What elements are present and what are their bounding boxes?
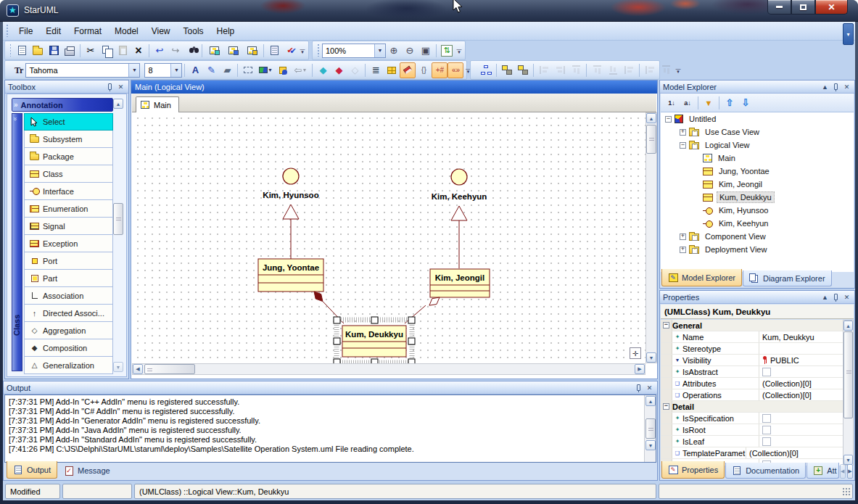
select-in-diagram-button[interactable]: [223, 43, 242, 59]
tree-item-label[interactable]: Main: [716, 153, 738, 163]
add-diagram-button[interactable]: [205, 43, 223, 59]
show-compartment-cyan-button[interactable]: ◆: [315, 62, 331, 78]
space-equally-vertical-button[interactable]: [658, 62, 674, 78]
toolbox-item-enumeration[interactable]: Enumeration: [24, 200, 113, 218]
tab-attachments[interactable]: + Att: [807, 463, 838, 479]
interface-node-kim-hyunsoo[interactable]: [283, 168, 299, 184]
scroll-right-button[interactable]: ▶: [635, 364, 645, 374]
pin-icon[interactable]: [831, 82, 841, 91]
toolbar-grip[interactable]: [317, 44, 319, 57]
move-down-button[interactable]: ⇩: [738, 95, 754, 111]
show-compartment-gray-button[interactable]: ◇: [347, 62, 363, 78]
save-button[interactable]: [46, 43, 62, 59]
property-row-stereotype[interactable]: ✦ Stereotype: [661, 343, 854, 355]
tab-message[interactable]: ✓ Message: [58, 463, 116, 479]
scroll-down-button[interactable]: ▼: [646, 352, 656, 363]
property-value[interactable]: [759, 366, 854, 377]
toolbox-item-composition[interactable]: ◆ Composition: [24, 339, 113, 357]
print-button[interactable]: [62, 43, 78, 59]
toolbox-item-signal[interactable]: Signal: [24, 218, 113, 235]
toolbox-item-class[interactable]: Class: [24, 165, 113, 183]
class-node-kim-jeongil[interactable]: Kim, Jeongil: [430, 269, 490, 297]
tree-expander[interactable]: [680, 234, 686, 240]
fill-color-button[interactable]: ▰: [219, 62, 235, 78]
property-row-visibility[interactable]: ▼ Visibility PUBLIC: [661, 355, 854, 366]
align-left-button[interactable]: [536, 62, 552, 78]
tree-item-main[interactable]: Main: [661, 152, 854, 165]
toolbox-item-association[interactable]: Association: [24, 287, 113, 305]
property-row-operations[interactable]: ❑ Operations (Collection)[0]: [661, 389, 854, 401]
collapse-icon[interactable]: ▲: [820, 292, 830, 302]
font-name-combobox[interactable]: Tahoma ▼: [25, 63, 140, 78]
align-right-button[interactable]: [552, 62, 568, 78]
scroll-left-button[interactable]: ◀: [133, 364, 143, 374]
find-button[interactable]: [183, 43, 199, 59]
scrollbar-thumb[interactable]: [646, 125, 656, 154]
property-value[interactable]: [759, 424, 854, 435]
section-detail[interactable]: Detail: [661, 401, 854, 413]
property-row-isleaf[interactable]: ✦ IsLeaf: [661, 436, 854, 447]
toolbox-item-generalization[interactable]: △ Generalization: [24, 357, 113, 374]
tree-item-label[interactable]: Deployment View: [703, 244, 769, 255]
property-row-isspecification[interactable]: ✦ IsSpecification: [661, 413, 854, 424]
tree-item-kim-jeongil[interactable]: Kim, Jeongil: [661, 178, 854, 191]
composition-line[interactable]: [323, 302, 344, 324]
tab-diagram-explorer[interactable]: Diagram Explorer: [743, 270, 832, 286]
tree-item-deployment-view[interactable]: Deployment View: [661, 243, 854, 256]
output-scrollbar[interactable]: ▲ ▼: [644, 395, 656, 462]
tree-item-label[interactable]: Component View: [703, 231, 768, 241]
zoom-in-button[interactable]: ⊕: [386, 43, 402, 59]
titlebar[interactable]: ★ StarUML ✕: [0, 0, 858, 22]
select-area-button[interactable]: [240, 62, 256, 78]
toolbox-scrollbar-thumb[interactable]: [113, 203, 123, 235]
tree-expander[interactable]: [665, 116, 672, 123]
toolbar-overflow-button[interactable]: —▾: [455, 43, 463, 59]
property-row-name[interactable]: ✦ Name Kum, Deukkyu: [661, 331, 854, 343]
undo-button[interactable]: ↩: [152, 43, 168, 59]
tree-expander[interactable]: [680, 247, 686, 253]
align-middle-button[interactable]: [621, 62, 637, 78]
property-value[interactable]: [759, 413, 854, 424]
toolbox-item-part[interactable]: Part: [24, 270, 113, 287]
toolbox-class-group-strip[interactable]: » Class: [12, 113, 22, 371]
show-stereotype-text-button[interactable]: «»: [447, 62, 463, 78]
apply-format-button[interactable]: ⇦▼: [291, 62, 310, 78]
checkbox[interactable]: [762, 437, 771, 446]
interface-node-kim-keehyun[interactable]: [451, 169, 467, 185]
close-icon[interactable]: ✕: [116, 82, 125, 91]
tab-documentation[interactable]: Documentation: [725, 463, 806, 479]
tab-scroll-left-button[interactable]: ◀: [840, 464, 846, 479]
toolbox-scroll-down-button[interactable]: ▼: [113, 362, 123, 372]
tree-item-label[interactable]: Logical View: [703, 140, 752, 150]
tree-item-component-view[interactable]: Component View: [661, 230, 854, 243]
toolbox-item-select[interactable]: Select: [24, 113, 113, 131]
toolbar-overflow-button[interactable]: —▾: [674, 62, 682, 78]
toolbar-overflow-button[interactable]: —▾: [298, 43, 307, 59]
property-value[interactable]: (Collection)[0]: [759, 389, 854, 400]
tree-item-label[interactable]: Kum, Deukkyu: [717, 191, 775, 203]
tab-model-explorer[interactable]: ✎ Model Explorer: [661, 269, 742, 286]
toolbox-item-port[interactable]: Port: [24, 252, 113, 270]
align-center-button[interactable]: [568, 62, 584, 78]
pin-icon[interactable]: [634, 383, 643, 392]
show-visibility-button[interactable]: +#: [432, 62, 447, 78]
tab-scroll-right-button[interactable]: ▶: [847, 464, 853, 479]
menu-view[interactable]: View: [145, 24, 177, 38]
toolbox-item-subsystem[interactable]: Subsystem: [24, 131, 113, 148]
send-to-back-button[interactable]: [515, 62, 531, 78]
scrollbar-thumb[interactable]: [843, 331, 853, 418]
toolbox-item-package[interactable]: Package: [24, 148, 113, 165]
pin-icon[interactable]: [831, 292, 841, 302]
zoom-combobox[interactable]: 100% ▼: [322, 44, 386, 58]
menu-edit[interactable]: Edit: [39, 24, 67, 38]
property-row-attributes[interactable]: ❑ Attributes (Collection)[0]: [661, 378, 854, 389]
toolbox-group-annotation[interactable]: » Annotation: [12, 98, 113, 112]
align-top-button[interactable]: [589, 62, 605, 78]
property-row-templateparameters[interactable]: ❑ TemplateParamet (Collection)[0]: [661, 447, 854, 459]
diagram-canvas[interactable]: Kim, Hyunsoo Jung, Yoontae Kim, Keehyun: [132, 112, 645, 363]
checkbox[interactable]: [762, 426, 771, 434]
tree-item-kim-hyunsoo[interactable]: Kim, Hyunsoo: [661, 204, 854, 217]
space-equally-horizontal-button[interactable]: [642, 62, 658, 78]
close-button[interactable]: ✕: [815, 0, 848, 15]
sort-alphabetic-button[interactable]: a↓: [680, 95, 696, 111]
